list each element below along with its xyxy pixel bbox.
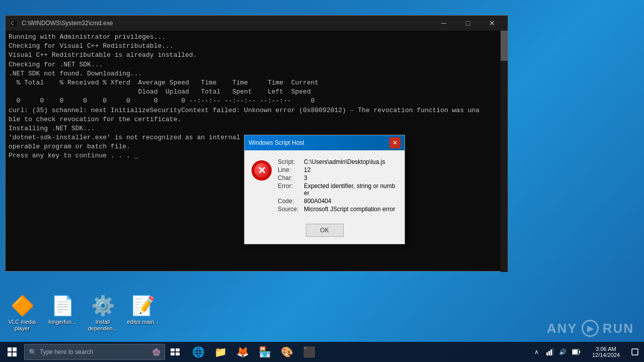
wsh-line-value: 12 [304, 166, 310, 173]
edge-icon: 🌐 [192, 346, 205, 358]
svg-rect-9 [552, 348, 553, 355]
wsh-footer: OK [245, 220, 405, 244]
battery-icon[interactable] [570, 342, 582, 362]
wsh-error-icon: ✕ [252, 160, 272, 180]
svg-rect-13 [632, 349, 638, 355]
install-icon: ⚙️ [91, 294, 115, 318]
wsh-line-label: Line: [278, 166, 304, 173]
svg-rect-12 [579, 351, 580, 353]
taskbar-app-cmd[interactable]: ⬛ [298, 342, 320, 362]
cmd-taskbar-icon: ⬛ [303, 346, 315, 358]
volume-icon[interactable]: 🔊 [557, 342, 569, 362]
cmd-window-controls: ─ □ ✕ [432, 16, 504, 31]
search-icon: 🔍 [29, 348, 37, 356]
svg-rect-6 [546, 352, 548, 355]
desktop-icon-vlc[interactable]: 🔶 VLC media player [4, 292, 40, 334]
clock-time: 3:06 AM [596, 346, 616, 352]
error-x-symbol: ✕ [258, 164, 266, 176]
svg-rect-5 [176, 352, 180, 355]
wsh-error-label: Error: [278, 183, 304, 197]
desktop-icon-install[interactable]: ⚙️ Install dependen... [85, 292, 121, 334]
wsh-line-row: Line: 12 [278, 166, 397, 173]
wsh-script-row: Script: C:\Users\admin\Desktop\lua.js [278, 158, 397, 165]
install-label: Install dependen... [87, 319, 119, 332]
wsh-dialog: Windows Script Host ✕ ✕ Script: C:\Users… [244, 135, 405, 244]
wsh-code-row: Code: 800A0404 [278, 198, 397, 205]
vlc-label: VLC media player [6, 319, 38, 332]
wsh-code-label: Code: [278, 198, 304, 205]
desktop-icon-longerfun[interactable]: 📄 longerfun... [44, 292, 80, 334]
taskbar-app-edge[interactable]: 🌐 [187, 342, 209, 362]
wsh-ok-button[interactable]: OK [306, 224, 344, 237]
watermark-play-icon: ▶ [582, 320, 599, 337]
svg-rect-8 [550, 349, 552, 355]
watermark-any: ANY [547, 321, 578, 336]
svg-rect-3 [176, 348, 180, 351]
svg-rect-11 [573, 350, 578, 354]
wsh-code-value: 800A0404 [304, 198, 332, 205]
taskbar-app-file-explorer[interactable]: 📁 [209, 342, 231, 362]
wsh-script-value: C:\Users\admin\Desktop\lua.js [304, 158, 385, 165]
cmd-icon: C [10, 19, 18, 27]
wsh-source-row: Source: Microsoft JScript compilation er… [278, 206, 397, 213]
desktop-icon-editor[interactable]: 📝 editor.main... [125, 292, 161, 334]
clock-date: 12/14/2024 [592, 352, 620, 358]
taskbar-apps: 🌐 📁 🦊 🏪 🎨 ⬛ [185, 342, 527, 362]
taskbar-app-firefox[interactable]: 🦊 [231, 342, 254, 362]
taskbar-app-store[interactable]: 🏪 [254, 342, 276, 362]
longerfun-icon: 📄 [50, 294, 74, 318]
cmd-scrollbar-thumb[interactable] [501, 31, 508, 61]
system-tray: ∧ 🔊 [527, 342, 586, 362]
cmd-maximize-button[interactable]: □ [456, 16, 479, 31]
store-icon: 🏪 [259, 346, 271, 358]
wsh-source-value: Microsoft JScript compilation error [304, 206, 395, 213]
wsh-script-label: Script: [278, 158, 304, 165]
wsh-char-row: Char: 3 [278, 174, 397, 182]
svg-rect-7 [548, 351, 550, 355]
system-clock[interactable]: 3:06 AM 12/14/2024 [586, 342, 626, 362]
svg-text:C: C [11, 21, 14, 26]
wsh-details: Script: C:\Users\admin\Desktop\lua.js Li… [278, 158, 397, 214]
cmd-minimize-button[interactable]: ─ [432, 16, 455, 31]
wsh-body: ✕ Script: C:\Users\admin\Desktop\lua.js … [245, 150, 405, 220]
cmd-scrollbar[interactable] [501, 31, 508, 272]
wsh-titlebar: Windows Script Host ✕ [245, 135, 405, 150]
search-placeholder: Type here to search [40, 348, 93, 355]
cmd-titlebar: C C:\WINDOWS\System32\cmd.exe ─ □ ✕ [6, 16, 508, 31]
tray-overflow[interactable]: ∧ [531, 342, 543, 362]
anyrun-watermark: ANY ▶ RUN [547, 320, 634, 337]
network-icon[interactable] [544, 342, 556, 362]
editor-icon: 📝 [131, 294, 155, 318]
task-view-button[interactable] [165, 342, 185, 362]
wsh-char-value: 3 [304, 174, 307, 182]
editor-label: editor.main... [127, 319, 159, 325]
svg-rect-4 [171, 352, 175, 355]
taskbar-search[interactable]: 🔍 Type here to search 🌸 [24, 344, 165, 360]
wsh-char-label: Char: [278, 174, 304, 182]
start-button[interactable] [0, 342, 24, 362]
color-icon: 🎨 [281, 346, 293, 358]
wsh-title: Windows Script Host [249, 139, 389, 146]
desktop: C C:\WINDOWS\System32\cmd.exe ─ □ ✕ Runn… [0, 0, 644, 362]
wsh-error-value: Expected identifier, string or number [304, 183, 397, 197]
notification-button[interactable] [626, 342, 644, 362]
vlc-icon: 🔶 [10, 294, 34, 318]
svg-rect-2 [171, 348, 175, 351]
file-explorer-icon: 📁 [214, 346, 227, 358]
cmd-close-button[interactable]: ✕ [480, 16, 504, 31]
taskbar: 🔍 Type here to search 🌸 🌐 📁 🦊 [0, 342, 644, 362]
bottom-desktop-icons: 🔶 VLC media player 📄 longerfun... ⚙️ Ins… [0, 288, 165, 338]
microphone-icon: 🌸 [152, 348, 160, 356]
taskbar-app-color[interactable]: 🎨 [276, 342, 298, 362]
windows-logo-icon [8, 347, 17, 356]
firefox-icon: 🦊 [236, 346, 249, 358]
wsh-close-button[interactable]: ✕ [389, 137, 400, 148]
wsh-error-row: Error: Expected identifier, string or nu… [278, 183, 397, 197]
watermark-run: RUN [603, 321, 634, 336]
cmd-title: C:\WINDOWS\System32\cmd.exe [22, 20, 428, 27]
longerfun-label: longerfun... [48, 319, 76, 325]
wsh-source-label: Source: [278, 206, 304, 213]
